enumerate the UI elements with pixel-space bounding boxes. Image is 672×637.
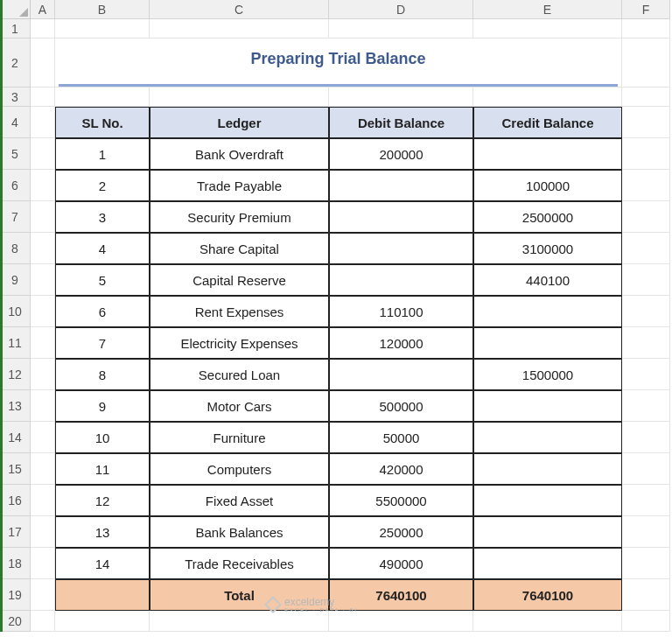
cell-F17[interactable] xyxy=(622,516,670,548)
td-ledger-12[interactable]: Fixed Asset xyxy=(150,485,329,516)
td-debit-14[interactable]: 490000 xyxy=(329,548,473,579)
cell-E20[interactable] xyxy=(473,611,622,632)
row-10[interactable]: 10 xyxy=(0,296,31,327)
td-credit-5[interactable]: 440100 xyxy=(473,264,622,296)
td-debit-5[interactable] xyxy=(329,264,473,296)
td-sl-8[interactable]: 8 xyxy=(55,359,150,390)
cell-A16[interactable] xyxy=(31,485,55,516)
row-12[interactable]: 12 xyxy=(0,359,31,390)
td-credit-11[interactable] xyxy=(473,453,622,485)
th-debit[interactable]: Debit Balance xyxy=(329,107,473,138)
total-sl[interactable] xyxy=(55,579,150,611)
row-15[interactable]: 15 xyxy=(0,453,31,485)
td-debit-11[interactable]: 420000 xyxy=(329,453,473,485)
row-5[interactable]: 5 xyxy=(0,138,31,170)
td-credit-14[interactable] xyxy=(473,548,622,579)
cell-A20[interactable] xyxy=(31,611,55,632)
total-debit[interactable]: 7640100 xyxy=(329,579,473,611)
cell-F6[interactable] xyxy=(622,170,670,201)
col-B[interactable]: B xyxy=(55,0,150,19)
td-sl-11[interactable]: 11 xyxy=(55,453,150,485)
td-sl-3[interactable]: 3 xyxy=(55,201,150,233)
cell-A13[interactable] xyxy=(31,390,55,422)
row-16[interactable]: 16 xyxy=(0,485,31,516)
cell-F3[interactable] xyxy=(622,88,670,107)
cell-D20[interactable] xyxy=(329,611,473,632)
td-debit-3[interactable] xyxy=(329,201,473,233)
cell-A9[interactable] xyxy=(31,264,55,296)
cell-F7[interactable] xyxy=(622,201,670,233)
row-7[interactable]: 7 xyxy=(0,201,31,233)
td-credit-4[interactable]: 3100000 xyxy=(473,233,622,264)
td-ledger-7[interactable]: Electricity Expenses xyxy=(150,327,329,359)
cell-F18[interactable] xyxy=(622,548,670,579)
cell-A19[interactable] xyxy=(31,579,55,611)
td-credit-2[interactable]: 100000 xyxy=(473,170,622,201)
row-6[interactable]: 6 xyxy=(0,170,31,201)
td-sl-4[interactable]: 4 xyxy=(55,233,150,264)
col-E[interactable]: E xyxy=(473,0,622,19)
cell-F16[interactable] xyxy=(622,485,670,516)
cell-F2[interactable] xyxy=(622,38,670,88)
cell-F5[interactable] xyxy=(622,138,670,170)
td-ledger-10[interactable]: Furniture xyxy=(150,422,329,453)
cell-A2[interactable] xyxy=(31,38,55,88)
cell-D1[interactable] xyxy=(329,19,473,38)
cell-A5[interactable] xyxy=(31,138,55,170)
cell-F8[interactable] xyxy=(622,233,670,264)
cell-F20[interactable] xyxy=(622,611,670,632)
td-sl-7[interactable]: 7 xyxy=(55,327,150,359)
cell-A10[interactable] xyxy=(31,296,55,327)
td-credit-9[interactable] xyxy=(473,390,622,422)
cell-F1[interactable] xyxy=(622,19,670,38)
td-debit-9[interactable]: 500000 xyxy=(329,390,473,422)
col-A[interactable]: A xyxy=(31,0,55,19)
row-11[interactable]: 11 xyxy=(0,327,31,359)
cell-E1[interactable] xyxy=(473,19,622,38)
td-sl-1[interactable]: 1 xyxy=(55,138,150,170)
td-sl-13[interactable]: 13 xyxy=(55,516,150,548)
row-1[interactable]: 1 xyxy=(0,19,31,38)
cell-F15[interactable] xyxy=(622,453,670,485)
td-sl-14[interactable]: 14 xyxy=(55,548,150,579)
td-ledger-1[interactable]: Bank Overdraft xyxy=(150,138,329,170)
td-ledger-4[interactable]: Share Capital xyxy=(150,233,329,264)
row-3[interactable]: 3 xyxy=(0,88,31,107)
cell-F9[interactable] xyxy=(622,264,670,296)
td-debit-1[interactable]: 200000 xyxy=(329,138,473,170)
cell-C3[interactable] xyxy=(150,88,329,107)
cell-A7[interactable] xyxy=(31,201,55,233)
cell-F13[interactable] xyxy=(622,390,670,422)
cell-A11[interactable] xyxy=(31,327,55,359)
td-debit-13[interactable]: 250000 xyxy=(329,516,473,548)
td-debit-12[interactable]: 5500000 xyxy=(329,485,473,516)
cell-A3[interactable] xyxy=(31,88,55,107)
col-C[interactable]: C xyxy=(150,0,329,19)
cell-B3[interactable] xyxy=(55,88,150,107)
cell-A15[interactable] xyxy=(31,453,55,485)
total-label[interactable]: Total xyxy=(150,579,329,611)
td-sl-10[interactable]: 10 xyxy=(55,422,150,453)
cell-F11[interactable] xyxy=(622,327,670,359)
td-credit-8[interactable]: 1500000 xyxy=(473,359,622,390)
td-credit-10[interactable] xyxy=(473,422,622,453)
cell-A14[interactable] xyxy=(31,422,55,453)
td-credit-12[interactable] xyxy=(473,485,622,516)
td-credit-13[interactable] xyxy=(473,516,622,548)
cell-A4[interactable] xyxy=(31,107,55,138)
spreadsheet[interactable]: A B C D E F 1 2 Preparing Trial Balance … xyxy=(0,0,672,632)
cell-F19[interactable] xyxy=(622,579,670,611)
td-debit-4[interactable] xyxy=(329,233,473,264)
td-ledger-9[interactable]: Motor Cars xyxy=(150,390,329,422)
cell-A6[interactable] xyxy=(31,170,55,201)
cell-A12[interactable] xyxy=(31,359,55,390)
row-18[interactable]: 18 xyxy=(0,548,31,579)
cell-A17[interactable] xyxy=(31,516,55,548)
row-8[interactable]: 8 xyxy=(0,233,31,264)
row-2[interactable]: 2 xyxy=(0,38,31,88)
td-debit-7[interactable]: 120000 xyxy=(329,327,473,359)
total-credit[interactable]: 7640100 xyxy=(473,579,622,611)
td-ledger-8[interactable]: Secured Loan xyxy=(150,359,329,390)
th-sl[interactable]: SL No. xyxy=(55,107,150,138)
td-credit-1[interactable] xyxy=(473,138,622,170)
